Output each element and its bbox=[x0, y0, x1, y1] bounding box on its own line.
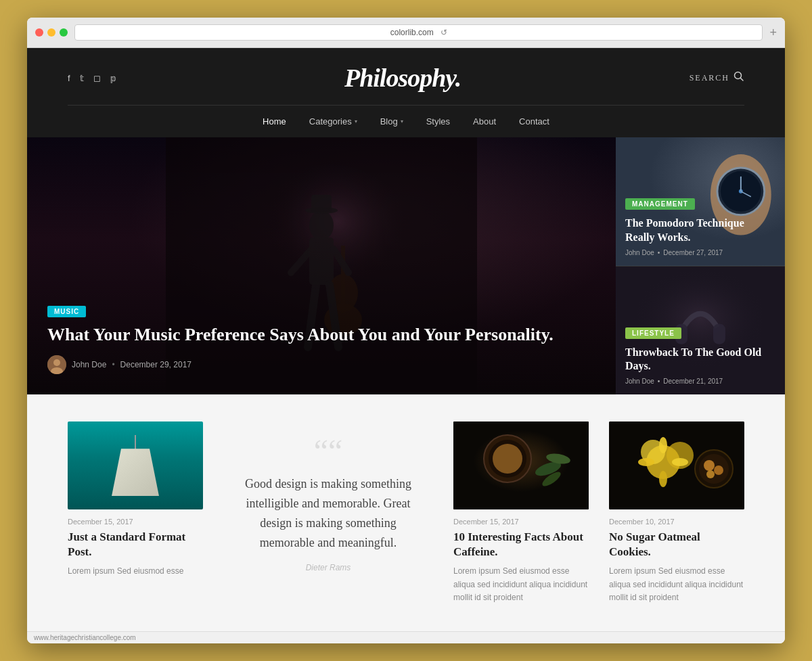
quote-author: Dieter Rams bbox=[306, 563, 351, 572]
hero-side-card-1[interactable]: MANAGEMENT The Pomodoro Technique Really… bbox=[616, 137, 785, 267]
svg-line-1 bbox=[741, 78, 744, 81]
traffic-lights bbox=[35, 28, 68, 37]
coffee-image bbox=[453, 421, 589, 509]
pinterest-icon[interactable]: 𝕡 bbox=[110, 73, 116, 83]
hero-main-title[interactable]: What Your Music Preference Says About Yo… bbox=[47, 324, 595, 346]
post-image-cookies bbox=[609, 421, 744, 509]
content-grid: December 15, 2017 Just a Standard Format… bbox=[68, 421, 744, 604]
hero-author-name: John Doe bbox=[72, 360, 106, 369]
social-icons: f 𝕥 ◻ 𝕡 bbox=[68, 73, 116, 83]
header-top: f 𝕥 ◻ 𝕡 Philosophy. SEARCH bbox=[68, 63, 744, 105]
side-card-1-author: John Doe bbox=[625, 249, 654, 256]
svg-point-44 bbox=[638, 458, 654, 466]
post-date-caffeine: December 15, 2017 bbox=[453, 518, 589, 526]
post-title-cookies[interactable]: No Sugar Oatmeal Cookies. bbox=[609, 530, 744, 560]
svg-point-49 bbox=[714, 465, 723, 475]
search-icon bbox=[734, 71, 744, 85]
author-avatar bbox=[47, 355, 66, 374]
side-card-1-content: MANAGEMENT The Pomodoro Technique Really… bbox=[625, 197, 775, 256]
side-card-1-date: December 27, 2017 bbox=[663, 249, 723, 256]
post-card-lamp[interactable]: December 15, 2017 Just a Standard Format… bbox=[68, 421, 203, 578]
hero-side-card-2[interactable]: LIFESTYLE Throwback To The Good Old Days… bbox=[616, 267, 785, 395]
post-date-cookies: December 10, 2017 bbox=[609, 518, 744, 526]
side-card-2-title[interactable]: Throwback To The Good Old Days. bbox=[625, 346, 775, 374]
nav-item-home[interactable]: Home bbox=[261, 114, 288, 129]
quote-text: Good design is making something intellig… bbox=[237, 474, 420, 552]
search-button[interactable]: SEARCH bbox=[690, 71, 744, 85]
search-label: SEARCH bbox=[690, 73, 729, 83]
browser-status-bar: www.heritagechristiancollege.com bbox=[27, 631, 785, 643]
hero-category-badge[interactable]: MUSIC bbox=[47, 306, 86, 317]
site-header: f 𝕥 ◻ 𝕡 Philosophy. SEARCH Home bbox=[27, 48, 785, 137]
hero-side-cards: MANAGEMENT The Pomodoro Technique Really… bbox=[616, 137, 785, 394]
nav-item-categories[interactable]: Categories ▾ bbox=[308, 114, 359, 129]
url-text: colorlib.com bbox=[390, 28, 434, 37]
post-excerpt-caffeine: Lorem ipsum Sed eiusmod esse aliqua sed … bbox=[453, 565, 589, 604]
browser-window: colorlib.com ↺ + f 𝕥 ◻ 𝕡 Philosophy. SEA… bbox=[27, 18, 785, 643]
svg-point-42 bbox=[659, 437, 667, 453]
post-excerpt-lamp: Lorem ipsum Sed eiusmod esse bbox=[68, 565, 203, 578]
post-title-caffeine[interactable]: 10 Interesting Facts About Caffeine. bbox=[453, 530, 589, 560]
svg-point-4 bbox=[309, 210, 334, 240]
post-card-caffeine[interactable]: December 15, 2017 10 Interesting Facts A… bbox=[453, 421, 589, 604]
svg-point-43 bbox=[659, 471, 667, 487]
hero-main-content: MUSIC What Your Music Preference Says Ab… bbox=[47, 304, 595, 375]
content-section: December 15, 2017 Just a Standard Format… bbox=[27, 394, 785, 631]
svg-rect-7 bbox=[311, 195, 332, 212]
hero-author-info: John Doe • December 29, 2017 bbox=[47, 355, 595, 374]
nav-item-styles[interactable]: Styles bbox=[425, 114, 451, 129]
status-url: www.heritagechristiancollege.com bbox=[34, 634, 136, 641]
side-card-2-content: LIFESTYLE Throwback To The Good Old Days… bbox=[625, 326, 775, 386]
close-button[interactable] bbox=[35, 28, 43, 37]
side-card-2-meta: John Doe • December 21, 2017 bbox=[625, 378, 775, 385]
side-card-2-author: John Doe bbox=[625, 378, 654, 385]
reload-icon[interactable]: ↺ bbox=[441, 28, 447, 37]
maximize-button[interactable] bbox=[60, 28, 68, 37]
minimize-button[interactable] bbox=[47, 28, 55, 37]
side-card-2-date: December 21, 2017 bbox=[663, 378, 723, 385]
svg-point-34 bbox=[493, 444, 522, 474]
quote-card: ““ Good design is making something intel… bbox=[223, 421, 433, 586]
post-date-lamp: December 15, 2017 bbox=[68, 518, 203, 526]
nav-item-blog[interactable]: Blog ▾ bbox=[379, 114, 405, 129]
svg-point-45 bbox=[672, 458, 688, 466]
side-card-1-meta: John Doe • December 27, 2017 bbox=[625, 249, 775, 256]
post-title-lamp[interactable]: Just a Standard Format Post. bbox=[68, 530, 203, 560]
nav-item-contact[interactable]: Contact bbox=[518, 114, 551, 129]
lamp-image bbox=[68, 421, 203, 509]
side-card-1-title[interactable]: The Pomodoro Technique Really Works. bbox=[625, 216, 775, 245]
svg-point-48 bbox=[704, 460, 715, 471]
hero-author-date: December 29, 2017 bbox=[120, 360, 191, 369]
nav-item-about[interactable]: About bbox=[472, 114, 497, 129]
post-image-lamp bbox=[68, 421, 203, 509]
browser-chrome: colorlib.com ↺ + bbox=[27, 18, 785, 48]
cookies-image bbox=[609, 421, 744, 509]
hero-section: MUSIC What Your Music Preference Says Ab… bbox=[27, 137, 785, 394]
new-tab-button[interactable]: + bbox=[769, 26, 777, 40]
separator: • bbox=[112, 360, 114, 369]
address-bar[interactable]: colorlib.com ↺ bbox=[74, 24, 763, 41]
main-nav: Home Categories ▾ Blog ▾ Styles About Co… bbox=[68, 105, 744, 137]
instagram-icon[interactable]: ◻ bbox=[93, 73, 101, 83]
svg-point-50 bbox=[706, 470, 715, 478]
svg-point-16 bbox=[53, 359, 60, 366]
post-image-caffeine bbox=[453, 421, 589, 509]
post-excerpt-cookies: Lorem ipsum Sed eiusmod esse aliqua sed … bbox=[609, 565, 744, 604]
post-card-cookies[interactable]: December 10, 2017 No Sugar Oatmeal Cooki… bbox=[609, 421, 744, 604]
hero-main-card[interactable]: MUSIC What Your Music Preference Says Ab… bbox=[27, 137, 616, 394]
side-card-1-badge[interactable]: MANAGEMENT bbox=[625, 198, 695, 210]
side-card-2-badge[interactable]: LIFESTYLE bbox=[625, 327, 681, 339]
quote-mark: ““ bbox=[314, 435, 343, 468]
svg-point-47 bbox=[699, 454, 729, 484]
twitter-icon[interactable]: 𝕥 bbox=[80, 73, 84, 83]
site-title[interactable]: Philosophy. bbox=[344, 63, 461, 93]
facebook-icon[interactable]: f bbox=[68, 73, 70, 83]
